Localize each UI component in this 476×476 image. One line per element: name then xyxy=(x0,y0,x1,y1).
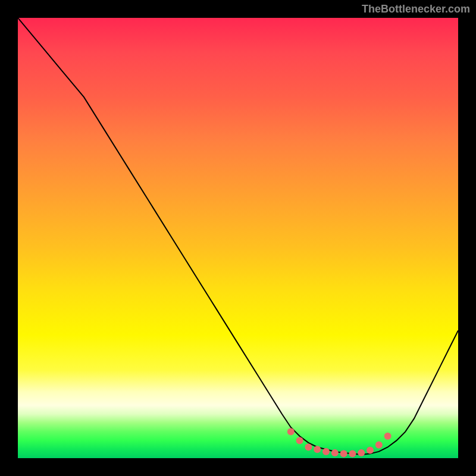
marker-point xyxy=(305,444,312,451)
marker-point xyxy=(314,446,321,453)
marker-point xyxy=(322,448,330,455)
marker-point xyxy=(331,449,339,456)
watermark-text: TheBottlenecker.com xyxy=(362,3,470,15)
marker-point xyxy=(349,450,356,458)
marker-point xyxy=(384,433,392,440)
marker-point xyxy=(375,441,383,449)
chart-area xyxy=(18,18,458,458)
marker-point xyxy=(287,428,295,436)
marker-point xyxy=(358,449,365,456)
marker-point xyxy=(367,447,374,454)
marker-point xyxy=(340,450,347,458)
bottleneck-curve xyxy=(18,18,458,455)
chart-svg xyxy=(18,18,458,458)
marker-point xyxy=(296,437,303,444)
